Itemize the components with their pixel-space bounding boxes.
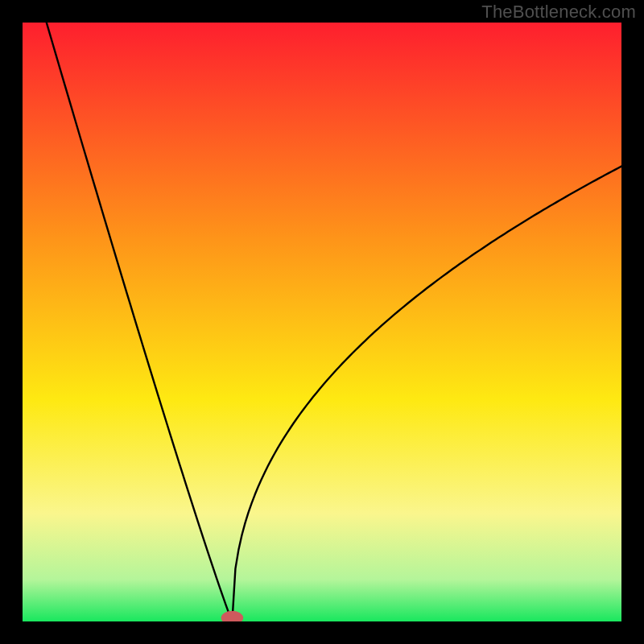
gradient-background bbox=[23, 23, 621, 621]
chart-frame: TheBottleneck.com bbox=[0, 0, 644, 644]
plot-area bbox=[23, 23, 621, 621]
bottleneck-chart bbox=[23, 23, 621, 621]
watermark-label: TheBottleneck.com bbox=[481, 2, 636, 23]
optimal-marker bbox=[221, 611, 243, 621]
